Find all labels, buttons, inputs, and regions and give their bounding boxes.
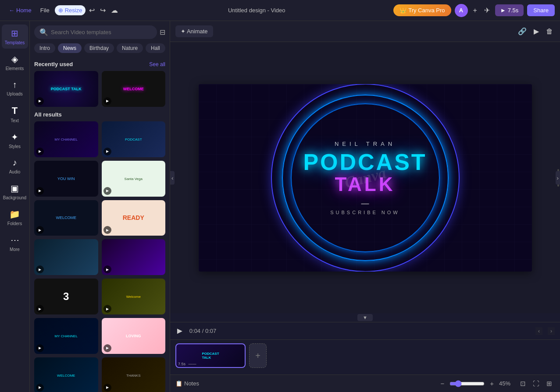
template-card-palms[interactable]: ▶	[34, 239, 98, 275]
share-button[interactable]: Share	[527, 4, 555, 16]
canvas-area: ✦ Animate 🔗 ▶ 🗑	[170, 21, 560, 392]
notes-icon: 📋	[175, 380, 182, 387]
neon-background: Canva NEIL TRAN PODCAST TALK — SUBSCRIBE…	[199, 84, 532, 272]
home-icon: ←	[9, 7, 14, 14]
see-all-button[interactable]: See all	[149, 61, 165, 67]
notes-button[interactable]: 📋 Notes	[175, 380, 199, 387]
template-card-welcome[interactable]: ▶	[102, 71, 166, 107]
template-card-mychannel-1[interactable]: ▶	[34, 121, 98, 157]
play-icon: ▶	[103, 265, 111, 273]
chip-nature[interactable]: Nature	[117, 43, 143, 53]
template-card-podcast-talk[interactable]: ▶	[34, 71, 98, 107]
chip-birthday[interactable]: Birthday	[84, 43, 114, 53]
folders-icon: 📁	[9, 209, 20, 219]
chip-hall[interactable]: Hall	[146, 43, 165, 53]
sidebar-item-elements[interactable]: ◈ Elements	[2, 50, 28, 74]
play-icon: ▶	[36, 305, 44, 313]
template-card-youwin[interactable]: ▶	[34, 161, 98, 197]
template-card-santavega[interactable]: ▶	[102, 161, 166, 197]
sidebar-item-styles[interactable]: ✦ Styles	[2, 128, 28, 152]
sidebar-item-uploads[interactable]: ↑ Uploads	[2, 76, 28, 100]
file-button[interactable]: File	[37, 5, 53, 15]
home-button[interactable]: ← Home	[5, 5, 35, 15]
try-pro-button[interactable]: 👑 Try Canva Pro	[393, 4, 451, 16]
crown-icon: 👑	[399, 7, 407, 14]
main-canvas[interactable]: Canva NEIL TRAN PODCAST TALK — SUBSCRIBE…	[199, 84, 532, 272]
timeline-scroll-right[interactable]: ›	[548, 327, 555, 335]
track-thumbnail[interactable]: PODCASTTALK 7.5s ——	[175, 343, 246, 368]
add-collaborator-button[interactable]: +	[471, 5, 479, 16]
resize-button[interactable]: ⊕ Resize	[55, 5, 86, 15]
zoom-percentage: 45%	[499, 380, 510, 387]
track-time: 7.5s ——	[178, 362, 196, 366]
animate-button[interactable]: ✦ Animate	[175, 25, 213, 37]
play-button[interactable]: ►	[175, 326, 184, 336]
redo-button[interactable]: ↪	[98, 4, 107, 16]
play-triangle-icon: ►	[500, 7, 506, 14]
podcast-title: PODCAST	[303, 151, 427, 173]
sidebar-item-more[interactable]: ⋯ More	[2, 231, 28, 255]
cloud-button[interactable]: ☁	[109, 4, 120, 16]
sidebar-item-text[interactable]: T Text	[2, 102, 28, 127]
template-card-ready[interactable]: ▶	[102, 200, 166, 236]
author-name: NEIL TRAN	[303, 141, 427, 147]
sidebar-item-folders[interactable]: 📁 Folders	[2, 205, 28, 230]
podcast-subtitle: TALK	[303, 173, 427, 195]
search-input[interactable]	[51, 29, 152, 35]
panel-search-area: 🔍 ⊟	[30, 21, 170, 43]
background-icon: ▣	[11, 183, 19, 194]
zoom-in-button[interactable]: +	[487, 379, 496, 388]
collapse-left-button[interactable]: ‹	[170, 171, 175, 184]
play-icon: ▶	[36, 265, 44, 273]
template-card-purple[interactable]: ▶	[102, 239, 166, 275]
undo-button[interactable]: ↩	[87, 4, 96, 16]
resize-icon: ⊕	[58, 7, 63, 14]
play-icon: ▶	[103, 226, 111, 234]
template-card-podcast-2[interactable]: ▶	[102, 121, 166, 157]
delete-button[interactable]: 🗑	[544, 26, 555, 37]
zoom-out-button[interactable]: −	[438, 379, 447, 388]
play-icon: ▶	[36, 97, 44, 105]
template-card-pink-gradient[interactable]: ▶	[102, 318, 166, 354]
template-card-thanks[interactable]: ▶	[102, 357, 166, 392]
template-card-welcome-channel[interactable]: ▶	[102, 279, 166, 314]
elements-icon: ◈	[11, 54, 18, 64]
add-page-button[interactable]: +	[249, 343, 267, 368]
sidebar-item-audio[interactable]: ♪ Audio	[2, 154, 28, 178]
chip-news[interactable]: News	[58, 43, 82, 53]
grid-view-button[interactable]: ⊞	[544, 379, 555, 388]
play-icon: ▶	[103, 344, 111, 352]
canvas-wrapper: Canva NEIL TRAN PODCAST TALK — SUBSCRIBE…	[170, 42, 560, 313]
analytics-button[interactable]: ✈	[482, 4, 492, 16]
share-link-button[interactable]: 🔗	[516, 25, 528, 37]
timeline-toggle-button[interactable]: ▼	[357, 314, 373, 321]
all-results-header: All results	[34, 111, 165, 118]
chip-intro[interactable]: Intro	[34, 43, 55, 53]
template-card-mychannel-2[interactable]: ▶	[34, 318, 98, 354]
main-layout: ⊞ Templates ◈ Elements ↑ Uploads T Text …	[0, 21, 560, 392]
sidebar-item-templates[interactable]: ⊞ Templates	[2, 25, 28, 49]
template-card-countdown-3[interactable]: ▶	[34, 279, 98, 314]
zoom-slider[interactable]	[449, 380, 485, 387]
template-card-welcome-2[interactable]: ▶	[34, 200, 98, 236]
search-icon: 🔍	[39, 28, 48, 36]
avatar[interactable]: A	[455, 4, 468, 17]
play-icon: ▶	[103, 187, 111, 195]
template-card-welcome-blue[interactable]: ▶	[34, 357, 98, 392]
sidebar-item-background[interactable]: ▣ Background	[2, 180, 28, 204]
fit-view-button[interactable]: ⊡	[517, 379, 528, 388]
filter-button[interactable]: ⊟	[160, 28, 165, 36]
templates-panel: 🔍 ⊟ Intro News Birthday Nature Hall Rece…	[30, 21, 170, 392]
timeline-scroll-left[interactable]: ‹	[535, 327, 542, 335]
zoom-controls: − + 45%	[438, 379, 510, 388]
time-button[interactable]: ► 7.5s	[495, 4, 524, 16]
play-icon: ▶	[36, 148, 44, 155]
present-button[interactable]: ▶	[532, 25, 541, 37]
sidebar: ⊞ Templates ◈ Elements ↑ Uploads T Text …	[0, 21, 30, 392]
play-icon: ▶	[103, 97, 111, 105]
timeline-area: ► 0:04 / 0:07 ‹ › PODCASTTALK 7.5s ——	[170, 322, 560, 374]
view-buttons: ⊡ ⛶ ⊞	[517, 379, 555, 388]
all-results-grid: ▶ ▶ ▶ ▶ ▶ ▶ ▶	[34, 121, 165, 392]
full-view-button[interactable]: ⛶	[530, 379, 542, 388]
collapse-right-button[interactable]: ›	[556, 171, 560, 184]
